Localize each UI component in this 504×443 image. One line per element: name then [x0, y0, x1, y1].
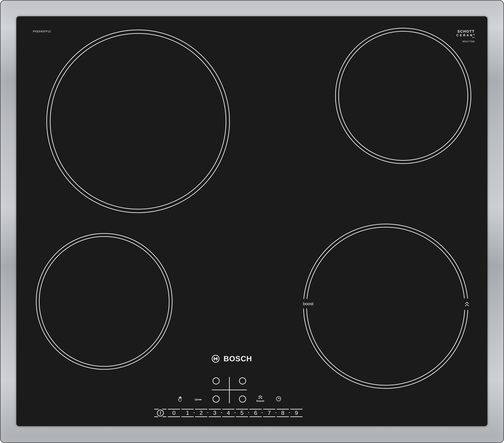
power-level-cell-5[interactable]: 5 — [236, 409, 248, 417]
bosch-wordmark: BOSCH — [224, 354, 252, 363]
power-slider[interactable]: 0 1 2 3 4 5 6 7 8 9 · · · · · · · · — [154, 409, 303, 417]
cooking-zone-back-right — [335, 28, 471, 164]
double-chevron-up-icon — [465, 301, 469, 307]
level-separator-dot: · — [248, 409, 250, 416]
power-level-cell-6[interactable]: 6 — [250, 409, 262, 417]
boost-button-label: boost — [254, 399, 267, 402]
cooking-zone-back-left — [46, 30, 230, 213]
power-button[interactable] — [154, 409, 166, 417]
level-separator-dot: · — [234, 409, 236, 416]
double-chevron-up-icon — [258, 395, 263, 399]
level-separator-dot: · — [207, 409, 209, 416]
cooktop-frame: PKE645FP1C SCHOTT CERAN ® 9001177336 — [0, 0, 504, 443]
childlock-button[interactable] — [195, 398, 202, 401]
cooking-zone-front-right — [303, 224, 468, 389]
bosch-logo: BOSCH — [211, 354, 252, 363]
power-icon — [157, 410, 164, 416]
cooking-zone-front-left — [36, 233, 173, 370]
zone-select-front-right-button[interactable] — [239, 395, 246, 403]
power-level-cell-2[interactable]: 2 — [195, 409, 207, 417]
power-level-cell-1[interactable]: 1 — [181, 409, 194, 417]
level-separator-dot: · — [275, 409, 277, 416]
zone-ring-inner — [39, 236, 169, 367]
glass-surface: PKE645FP1C SCHOTT CERAN ® 9001177336 — [17, 17, 487, 426]
bosch-symbol-icon — [211, 354, 220, 363]
zone-select-back-left-button[interactable] — [213, 377, 220, 384]
zone-selector-v-line — [229, 377, 230, 403]
level-separator-dot: · — [261, 409, 264, 416]
power-level-cell-3[interactable]: 3 — [209, 409, 221, 417]
level-separator-dot: · — [220, 409, 223, 416]
power-level-cell-0[interactable]: 0 — [168, 409, 180, 417]
level-separator-dot: · — [193, 409, 196, 416]
clock-icon — [276, 396, 281, 402]
level-separator-dot: · — [288, 409, 291, 416]
zone-ring-inner — [306, 227, 465, 386]
power-level-cell-8[interactable]: 8 — [277, 409, 289, 417]
zone-boost-label: boost — [300, 299, 316, 308]
zone-select-front-left-button[interactable] — [213, 395, 220, 403]
hand-pause-icon — [178, 396, 182, 402]
childlock-key-icon — [195, 398, 202, 401]
zone-ring-inner — [50, 33, 226, 210]
ceran-underline — [472, 37, 475, 38]
power-level-cell-7[interactable]: 7 — [263, 409, 275, 417]
hand-pause-button[interactable] — [178, 396, 182, 402]
registered-mark: ® — [473, 34, 475, 35]
zone-select-back-right-button[interactable] — [239, 377, 246, 384]
timer-button[interactable] — [276, 396, 281, 402]
power-level-cell-9[interactable]: 9 — [290, 409, 303, 417]
boost-button[interactable] — [258, 395, 263, 399]
zone-ring-inner — [338, 31, 468, 161]
power-level-cell-4[interactable]: 4 — [222, 409, 234, 417]
